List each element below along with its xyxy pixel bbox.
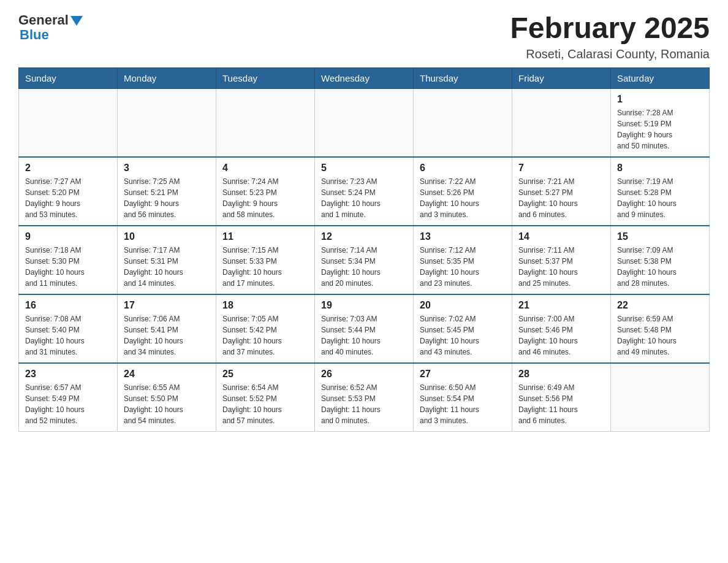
week-row-3: 16Sunrise: 7:08 AM Sunset: 5:40 PM Dayli…	[19, 294, 710, 363]
day-info: Sunrise: 7:05 AM Sunset: 5:42 PM Dayligh…	[222, 313, 308, 358]
day-number: 27	[420, 369, 506, 380]
day-info: Sunrise: 6:57 AM Sunset: 5:49 PM Dayligh…	[25, 382, 111, 426]
day-number: 8	[617, 163, 703, 174]
day-info: Sunrise: 7:11 AM Sunset: 5:37 PM Dayligh…	[518, 245, 604, 289]
day-number: 17	[124, 300, 210, 311]
day-number: 14	[518, 231, 604, 242]
calendar-cell: 12Sunrise: 7:14 AM Sunset: 5:34 PM Dayli…	[315, 226, 414, 294]
day-number: 16	[25, 300, 111, 311]
day-number: 9	[25, 231, 111, 242]
week-row-0: 1Sunrise: 7:28 AM Sunset: 5:19 PM Daylig…	[19, 88, 710, 157]
day-number: 11	[222, 231, 308, 242]
logo-general-text: General	[18, 12, 69, 28]
logo: General Blue	[18, 12, 83, 43]
week-row-2: 9Sunrise: 7:18 AM Sunset: 5:30 PM Daylig…	[19, 226, 710, 294]
calendar-cell	[512, 88, 611, 157]
day-info: Sunrise: 7:22 AM Sunset: 5:26 PM Dayligh…	[420, 176, 506, 220]
day-info: Sunrise: 7:15 AM Sunset: 5:33 PM Dayligh…	[222, 245, 308, 289]
calendar-cell: 16Sunrise: 7:08 AM Sunset: 5:40 PM Dayli…	[19, 294, 118, 363]
day-info: Sunrise: 7:18 AM Sunset: 5:30 PM Dayligh…	[25, 245, 111, 289]
day-number: 4	[222, 163, 308, 174]
day-info: Sunrise: 7:25 AM Sunset: 5:21 PM Dayligh…	[124, 176, 210, 220]
day-number: 23	[25, 369, 111, 380]
day-info: Sunrise: 7:19 AM Sunset: 5:28 PM Dayligh…	[617, 176, 703, 220]
day-info: Sunrise: 6:59 AM Sunset: 5:48 PM Dayligh…	[617, 313, 703, 358]
day-info: Sunrise: 7:28 AM Sunset: 5:19 PM Dayligh…	[617, 107, 703, 151]
day-number: 28	[518, 369, 604, 380]
header-sunday: Sunday	[19, 67, 118, 88]
calendar-cell: 25Sunrise: 6:54 AM Sunset: 5:52 PM Dayli…	[216, 363, 315, 432]
logo-triangle-icon	[70, 16, 83, 26]
calendar-cell: 26Sunrise: 6:52 AM Sunset: 5:53 PM Dayli…	[315, 363, 414, 432]
day-number: 15	[617, 231, 703, 242]
day-info: Sunrise: 6:54 AM Sunset: 5:52 PM Dayligh…	[222, 382, 308, 426]
day-info: Sunrise: 7:24 AM Sunset: 5:23 PM Dayligh…	[222, 176, 308, 220]
calendar-cell: 9Sunrise: 7:18 AM Sunset: 5:30 PM Daylig…	[19, 226, 118, 294]
calendar-cell: 22Sunrise: 6:59 AM Sunset: 5:48 PM Dayli…	[611, 294, 710, 363]
day-info: Sunrise: 7:08 AM Sunset: 5:40 PM Dayligh…	[25, 313, 111, 358]
calendar-cell: 7Sunrise: 7:21 AM Sunset: 5:27 PM Daylig…	[512, 157, 611, 226]
day-info: Sunrise: 7:02 AM Sunset: 5:45 PM Dayligh…	[420, 313, 506, 358]
calendar-cell: 23Sunrise: 6:57 AM Sunset: 5:49 PM Dayli…	[19, 363, 118, 432]
weekday-header-row: SundayMondayTuesdayWednesdayThursdayFrid…	[19, 67, 710, 88]
calendar-cell: 10Sunrise: 7:17 AM Sunset: 5:31 PM Dayli…	[118, 226, 216, 294]
calendar-cell: 20Sunrise: 7:02 AM Sunset: 5:45 PM Dayli…	[414, 294, 512, 363]
calendar-cell: 15Sunrise: 7:09 AM Sunset: 5:38 PM Dayli…	[611, 226, 710, 294]
day-number: 22	[617, 300, 703, 311]
calendar-cell: 8Sunrise: 7:19 AM Sunset: 5:28 PM Daylig…	[611, 157, 710, 226]
calendar-cell: 21Sunrise: 7:00 AM Sunset: 5:46 PM Dayli…	[512, 294, 611, 363]
header-tuesday: Tuesday	[216, 67, 315, 88]
day-info: Sunrise: 7:03 AM Sunset: 5:44 PM Dayligh…	[321, 313, 407, 358]
calendar-cell: 4Sunrise: 7:24 AM Sunset: 5:23 PM Daylig…	[216, 157, 315, 226]
day-info: Sunrise: 7:00 AM Sunset: 5:46 PM Dayligh…	[518, 313, 604, 358]
calendar-cell: 3Sunrise: 7:25 AM Sunset: 5:21 PM Daylig…	[118, 157, 216, 226]
calendar-cell: 19Sunrise: 7:03 AM Sunset: 5:44 PM Dayli…	[315, 294, 414, 363]
day-number: 21	[518, 300, 604, 311]
page-header: General Blue February 2025 Roseti, Calar…	[18, 12, 710, 61]
logo-blue-text: Blue	[20, 27, 49, 43]
day-number: 6	[420, 163, 506, 174]
calendar-cell: 18Sunrise: 7:05 AM Sunset: 5:42 PM Dayli…	[216, 294, 315, 363]
day-info: Sunrise: 7:06 AM Sunset: 5:41 PM Dayligh…	[124, 313, 210, 358]
day-number: 25	[222, 369, 308, 380]
header-wednesday: Wednesday	[315, 67, 414, 88]
calendar-cell	[611, 363, 710, 432]
day-number: 20	[420, 300, 506, 311]
day-number: 1	[617, 94, 703, 105]
calendar-cell	[414, 88, 512, 157]
calendar-subtitle: Roseti, Calarasi County, Romania	[510, 47, 710, 61]
day-info: Sunrise: 6:52 AM Sunset: 5:53 PM Dayligh…	[321, 382, 407, 426]
week-row-4: 23Sunrise: 6:57 AM Sunset: 5:49 PM Dayli…	[19, 363, 710, 432]
calendar-table: SundayMondayTuesdayWednesdayThursdayFrid…	[18, 67, 710, 432]
day-info: Sunrise: 7:17 AM Sunset: 5:31 PM Dayligh…	[124, 245, 210, 289]
day-info: Sunrise: 7:23 AM Sunset: 5:24 PM Dayligh…	[321, 176, 407, 220]
day-info: Sunrise: 6:50 AM Sunset: 5:54 PM Dayligh…	[420, 382, 506, 426]
day-number: 18	[222, 300, 308, 311]
header-friday: Friday	[512, 67, 611, 88]
calendar-cell: 27Sunrise: 6:50 AM Sunset: 5:54 PM Dayli…	[414, 363, 512, 432]
day-number: 3	[124, 163, 210, 174]
day-number: 12	[321, 231, 407, 242]
day-number: 13	[420, 231, 506, 242]
calendar-cell: 24Sunrise: 6:55 AM Sunset: 5:50 PM Dayli…	[118, 363, 216, 432]
day-info: Sunrise: 7:14 AM Sunset: 5:34 PM Dayligh…	[321, 245, 407, 289]
header-monday: Monday	[118, 67, 216, 88]
day-number: 24	[124, 369, 210, 380]
day-info: Sunrise: 7:12 AM Sunset: 5:35 PM Dayligh…	[420, 245, 506, 289]
week-row-1: 2Sunrise: 7:27 AM Sunset: 5:20 PM Daylig…	[19, 157, 710, 226]
title-block: February 2025 Roseti, Calarasi County, R…	[510, 12, 710, 61]
calendar-cell	[118, 88, 216, 157]
calendar-cell: 11Sunrise: 7:15 AM Sunset: 5:33 PM Dayli…	[216, 226, 315, 294]
calendar-cell	[315, 88, 414, 157]
day-number: 7	[518, 163, 604, 174]
calendar-cell: 1Sunrise: 7:28 AM Sunset: 5:19 PM Daylig…	[611, 88, 710, 157]
header-thursday: Thursday	[414, 67, 512, 88]
day-info: Sunrise: 7:09 AM Sunset: 5:38 PM Dayligh…	[617, 245, 703, 289]
calendar-cell: 6Sunrise: 7:22 AM Sunset: 5:26 PM Daylig…	[414, 157, 512, 226]
calendar-cell: 28Sunrise: 6:49 AM Sunset: 5:56 PM Dayli…	[512, 363, 611, 432]
calendar-cell: 5Sunrise: 7:23 AM Sunset: 5:24 PM Daylig…	[315, 157, 414, 226]
day-number: 5	[321, 163, 407, 174]
calendar-cell	[19, 88, 118, 157]
calendar-title: February 2025	[510, 12, 710, 45]
calendar-cell: 13Sunrise: 7:12 AM Sunset: 5:35 PM Dayli…	[414, 226, 512, 294]
